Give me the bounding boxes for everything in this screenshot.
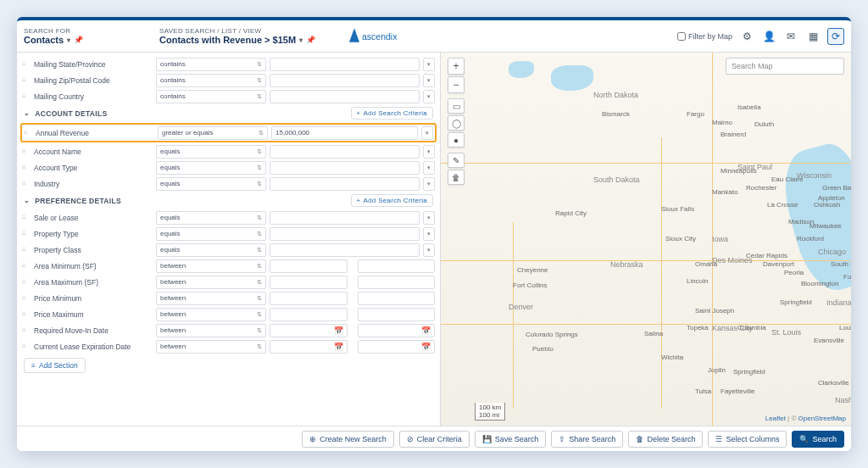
drag-handle-icon[interactable]: ≡ (22, 344, 31, 349)
value-dropdown[interactable]: ▾ (423, 211, 435, 225)
add-criteria-button[interactable]: +Add Search Criteria (351, 107, 434, 120)
drag-handle-icon[interactable]: ≡ (22, 248, 31, 253)
value-input[interactable]: 15,000,000 (271, 126, 418, 140)
drag-handle-icon[interactable]: ≡ (22, 165, 31, 170)
zoom-out-button[interactable]: − (448, 76, 465, 93)
draw-circle-button[interactable]: ◯ (448, 115, 465, 131)
edit-shapes-button[interactable]: ✎ (448, 153, 465, 168)
drag-handle-icon[interactable]: ≡ (22, 312, 31, 317)
operator-select[interactable]: equals (156, 177, 266, 191)
value-dropdown[interactable]: ▾ (423, 58, 435, 71)
drag-handle-icon[interactable]: ≡ (22, 296, 31, 301)
drag-handle-icon[interactable]: ≡ (22, 280, 31, 285)
pin-icon[interactable]: 📌 (306, 36, 315, 44)
value-from-input[interactable] (270, 259, 348, 273)
value-from-input[interactable] (270, 276, 348, 289)
date-from-input[interactable]: 📅 (270, 340, 348, 354)
operator-select[interactable]: between (156, 324, 266, 337)
value-input[interactable] (270, 243, 420, 257)
drag-handle-icon[interactable]: ≡ (22, 62, 31, 67)
calendar-icon[interactable]: 📅 (334, 326, 343, 335)
gear-icon[interactable]: ⚙ (739, 29, 754, 44)
value-dropdown[interactable]: ▾ (423, 243, 435, 257)
draw-rect-button[interactable]: ▭ (448, 98, 465, 114)
operator-select[interactable]: between (156, 308, 266, 321)
drag-handle-icon[interactable]: ≡ (22, 181, 31, 187)
delete-search-button[interactable]: 🗑Delete Search (628, 431, 703, 448)
operator-select[interactable]: equals (156, 211, 266, 225)
saved-search-block[interactable]: SAVED SEARCH / LIST / VIEW Contacts with… (159, 27, 329, 45)
save-search-button[interactable]: 💾Save Search (475, 431, 547, 448)
value-from-input[interactable] (270, 292, 348, 305)
select-columns-button[interactable]: ☰Select Columns (708, 431, 787, 448)
add-criteria-button[interactable]: +Add Search Criteria (351, 194, 434, 207)
drag-handle-icon[interactable]: ≡ (22, 328, 31, 333)
user-icon[interactable]: 👤 (761, 29, 776, 44)
saved-search-value[interactable]: Contacts with Revenue > $15M ▾ 📌 (159, 35, 329, 45)
map-pane[interactable]: BismarckFargoSaint PaulMinneapolisSioux … (441, 53, 851, 426)
delete-shapes-button[interactable]: 🗑 (448, 170, 465, 185)
drag-handle-icon[interactable]: ≡ (24, 131, 32, 136)
drag-handle-icon[interactable]: ≡ (22, 94, 31, 99)
value-dropdown[interactable]: ▾ (423, 145, 435, 159)
value-dropdown[interactable]: ▾ (423, 161, 435, 175)
value-dropdown[interactable]: ▾ (423, 177, 435, 191)
value-input[interactable] (270, 145, 420, 159)
zoom-in-button[interactable]: + (448, 58, 465, 75)
value-to-input[interactable] (358, 292, 436, 305)
share-search-button[interactable]: ⇪Share Search (551, 431, 623, 448)
value-input[interactable] (270, 90, 420, 103)
operator-select[interactable]: between (156, 259, 266, 273)
value-input[interactable] (270, 58, 420, 71)
create-new-search-button[interactable]: ⊕Create New Search (302, 431, 394, 448)
pin-icon[interactable]: 📌 (74, 36, 83, 44)
operator-select[interactable]: between (156, 292, 266, 305)
mail-icon[interactable]: ✉ (783, 29, 798, 44)
value-input[interactable] (270, 161, 420, 175)
section-account-details[interactable]: ⌄ ACCOUNT DETAILS +Add Search Criteria (17, 104, 440, 122)
operator-select[interactable]: equals (156, 145, 266, 159)
calendar-icon[interactable]: 📅 (334, 343, 343, 351)
drag-handle-icon[interactable]: ≡ (22, 215, 31, 220)
filter-by-map-checkbox[interactable]: Filter by Map (677, 32, 732, 41)
section-preference-details[interactable]: ⌄ PREFERENCE DETAILS +Add Search Criteri… (17, 192, 440, 209)
date-from-input[interactable]: 📅 (270, 324, 348, 337)
drag-handle-icon[interactable]: ≡ (22, 149, 31, 154)
operator-select[interactable]: greater or equals (158, 126, 268, 140)
value-to-input[interactable] (358, 259, 436, 273)
search-for-value[interactable]: Contacts ▾ 📌 (24, 35, 83, 45)
add-section-button[interactable]: ≡ Add Section (24, 358, 86, 373)
value-from-input[interactable] (270, 308, 348, 321)
refresh-icon[interactable]: ⟳ (827, 28, 844, 45)
value-dropdown[interactable]: ▾ (423, 90, 435, 103)
search-for-block[interactable]: SEARCH FOR Contacts ▾ 📌 (24, 27, 159, 45)
map-canvas[interactable]: BismarckFargoSaint PaulMinneapolisSioux … (441, 53, 851, 426)
date-to-input[interactable]: 📅 (358, 340, 436, 354)
value-dropdown[interactable]: ▾ (421, 126, 433, 140)
value-input[interactable] (270, 177, 420, 191)
draw-marker-button[interactable]: ● (448, 132, 465, 148)
operator-select[interactable]: contains (156, 90, 266, 103)
calendar-icon[interactable]: 📅 (421, 326, 431, 335)
value-to-input[interactable] (358, 308, 436, 321)
drag-handle-icon[interactable]: ≡ (22, 264, 31, 269)
operator-select[interactable]: contains (156, 74, 266, 87)
value-input[interactable] (270, 227, 420, 241)
operator-select[interactable]: between (156, 276, 266, 289)
drag-handle-icon[interactable]: ≡ (22, 231, 31, 237)
search-button[interactable]: 🔍Search (792, 431, 844, 448)
grid-icon[interactable]: ▦ (805, 29, 821, 44)
date-to-input[interactable]: 📅 (358, 324, 436, 337)
value-dropdown[interactable]: ▾ (423, 227, 435, 241)
clear-criteria-button[interactable]: ⊘Clear Criteria (399, 431, 470, 448)
value-dropdown[interactable]: ▾ (423, 74, 435, 87)
operator-select[interactable]: contains (156, 58, 266, 71)
operator-select[interactable]: equals (156, 161, 266, 175)
operator-select[interactable]: equals (156, 243, 266, 257)
value-input[interactable] (270, 211, 420, 225)
operator-select[interactable]: equals (156, 227, 266, 241)
map-search-input[interactable]: Search Map (726, 58, 844, 75)
value-to-input[interactable] (358, 276, 436, 289)
operator-select[interactable]: between (156, 340, 266, 354)
calendar-icon[interactable]: 📅 (421, 343, 431, 351)
